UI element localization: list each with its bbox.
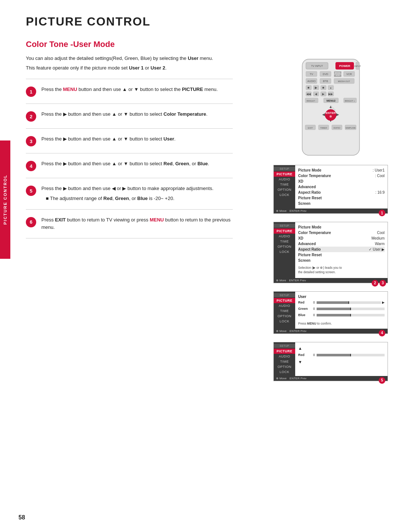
- svg-text:TV INPUT: TV INPUT: [311, 65, 323, 67]
- tv-screen-3: SETUP PICTURE AUDIO TIME OPTION LOCK Use…: [273, 291, 388, 334]
- tv-menu-lock-2: LOCK: [274, 249, 295, 254]
- step-text-5: Press the ▶ button and then use ◀ or ▶ b…: [41, 185, 233, 203]
- tv-row: Picture Reset: [298, 252, 385, 258]
- up-arrow: ▲: [298, 346, 385, 350]
- tv-row: Screen: [298, 258, 385, 263]
- tv-row: Color TemperatureCool: [298, 230, 385, 235]
- tv-menu-option-2: OPTION: [274, 244, 295, 249]
- svg-text:MODE: MODE: [335, 72, 341, 74]
- svg-text:■: ■: [307, 86, 309, 89]
- intro-line1: You can also adjust the detailed setting…: [26, 55, 233, 62]
- svg-text:BRIGHT -: BRIGHT -: [306, 100, 316, 102]
- tv-row: Screen: [298, 201, 385, 206]
- step-3: 3 Press the ▶ button and then use ▲ or ▼…: [26, 128, 233, 153]
- bar-green: Green 0: [298, 306, 385, 311]
- page-number: 58: [18, 514, 25, 521]
- page-title: PICTURE CONTROL: [26, 15, 388, 28]
- svg-text:TIMER: TIMER: [320, 127, 327, 129]
- tv-menu-picture-2: PICTURE: [274, 228, 295, 234]
- svg-text:ENTER: ENTER: [325, 111, 335, 115]
- tv-menu-option-4: OPTION: [274, 364, 295, 369]
- svg-text:SIMPLINK: SIMPLINK: [345, 127, 355, 129]
- step-2: 2 Press the ▶ button and then use ▲ or ▼…: [26, 104, 233, 128]
- intro-line2: This feature operate only if the picture…: [26, 64, 233, 72]
- tv-row: Picture Mode: [298, 224, 385, 230]
- tv-row: XD: [298, 179, 385, 184]
- tv-content-4: ▲ Red 0 ▼: [295, 342, 388, 376]
- svg-text:RATIO: RATIO: [334, 127, 340, 129]
- tv-menu-lock-3: LOCK: [274, 319, 295, 324]
- left-column: Color Tone -User Mode You can also adjus…: [26, 40, 233, 238]
- step-text-2: Press the ▶ button and then use ▲ or ▼ b…: [41, 111, 233, 118]
- screen-number-1: 1: [379, 210, 385, 216]
- tv-bottom-bar-4: ⊕ MoveENTER Prev: [274, 376, 388, 381]
- tv-row: Picture Mode: User1: [298, 167, 385, 173]
- svg-text:VCR: VCR: [335, 74, 340, 77]
- side-tab: PICTURE CONTROL: [0, 140, 10, 259]
- svg-text:◀: ◀: [322, 112, 325, 116]
- svg-text:VCR: VCR: [346, 73, 352, 75]
- down-arrow: ▼: [298, 360, 385, 364]
- tv-menu-option-3: OPTION: [274, 314, 295, 319]
- step-circle-6: 6: [26, 217, 36, 227]
- tv-row: AdvancedWarm: [298, 241, 385, 247]
- svg-text:▶: ▶: [336, 112, 339, 116]
- tv-row: Picture Reset: [298, 195, 385, 201]
- svg-text:MEDIA OUT: MEDIA OUT: [338, 80, 350, 82]
- tv-menu-picture-4: PICTURE: [274, 349, 295, 354]
- remote-control: TV INPUT POWER INPUT TV DVD MODE VCR VCR…: [295, 57, 367, 158]
- step-circle-3: 3: [26, 136, 36, 146]
- tv-row: Aspect Ratio✓ User ▶: [298, 247, 385, 252]
- tv-menu-time: TIME: [274, 182, 295, 187]
- tv-menu-picture-3: PICTURE: [274, 298, 295, 303]
- svg-text:◀: ◀: [315, 92, 317, 96]
- tv-row: XDMedium: [298, 235, 385, 241]
- bar-blue: Blue 0: [298, 313, 385, 318]
- tv-bottom-bar: ⊕ MoveENTER Prev: [274, 209, 388, 213]
- svg-text:BTB: BTB: [323, 80, 328, 82]
- screen-number-4: 4: [379, 330, 385, 336]
- tv-screen-1: SETUP PICTURE AUDIO TIME OPTION LOCK Pic…: [273, 165, 388, 214]
- screen-number-5: 5: [379, 377, 385, 384]
- svg-point-55: [330, 115, 332, 118]
- svg-text:BRIGHT +: BRIGHT +: [345, 100, 355, 102]
- step-text-1: Press the MENU button and then use ▲ or …: [41, 86, 233, 94]
- tv-menu-lock-4: LOCK: [274, 369, 295, 375]
- svg-text:EXIT: EXIT: [308, 127, 313, 129]
- tv-screen-2: SETUP PICTURE AUDIO TIME OPTION LOCK Pic…: [273, 222, 388, 283]
- tv-screen-4: SETUP PICTURE AUDIO TIME OPTION LOCK ▲ R…: [273, 342, 388, 381]
- selection-note: Selection (▶ or ⊕) leads you tothe detai…: [298, 265, 385, 276]
- step-6: 6 Press EXIT button to return to TV view…: [26, 209, 233, 239]
- tv-content-3: User Red 0 ▶ Green 0: [295, 292, 388, 329]
- step-5: 5 Press the ▶ button and then use ◀ or ▶…: [26, 178, 233, 209]
- tv-row: Color Temperature: Cool: [298, 173, 385, 179]
- svg-text:▶: ▶: [314, 86, 317, 89]
- step-circle-5: 5: [26, 186, 36, 196]
- bar-red: Red 0 ▶: [298, 300, 385, 305]
- tv-sidebar-3: SETUP PICTURE AUDIO TIME OPTION LOCK: [274, 292, 295, 329]
- step-text-3: Press the ▶ button and then use ▲ or ▼ b…: [41, 135, 233, 143]
- tv-menu-time-2: TIME: [274, 239, 295, 244]
- svg-text:◀◀: ◀◀: [306, 92, 311, 96]
- confirm-note: Press MENU to confirm.: [298, 321, 385, 326]
- tv-content-2: Picture Mode Color TemperatureCool XDMed…: [295, 222, 388, 278]
- tv-content-1: Picture Mode: User1 Color Temperature: C…: [295, 165, 388, 209]
- tv-menu-audio-4: AUDIO: [274, 354, 295, 359]
- user-label: User: [298, 294, 385, 300]
- svg-text:▶▶: ▶▶: [328, 92, 333, 96]
- svg-text:DVD: DVD: [323, 73, 328, 75]
- svg-text:MENU2: MENU2: [326, 99, 335, 102]
- tv-bottom-bar-3: ⊕ MoveENTER Prev: [274, 329, 388, 333]
- tv-bottom-bar-2: ⊕ MoreENTER Prev: [274, 278, 388, 283]
- step-circle-1: 1: [26, 87, 36, 97]
- step-1: 1 Press the MENU button and then use ▲ o…: [26, 79, 233, 104]
- step-4: 4 Press the ▶ button and then use ▲ or ▼…: [26, 153, 233, 178]
- tv-sidebar-1: SETUP PICTURE AUDIO TIME OPTION LOCK: [274, 165, 295, 209]
- tv-menu-lock: LOCK: [274, 192, 295, 197]
- tv-menu-audio-2: AUDIO: [274, 234, 295, 239]
- tv-row: Advanced: [298, 184, 385, 190]
- tv-sidebar-4: SETUP PICTURE AUDIO TIME OPTION LOCK: [274, 342, 295, 376]
- tv-menu-audio-3: AUDIO: [274, 303, 295, 308]
- svg-text:▶: ▶: [322, 92, 325, 96]
- svg-text:AUDIO: AUDIO: [307, 80, 316, 82]
